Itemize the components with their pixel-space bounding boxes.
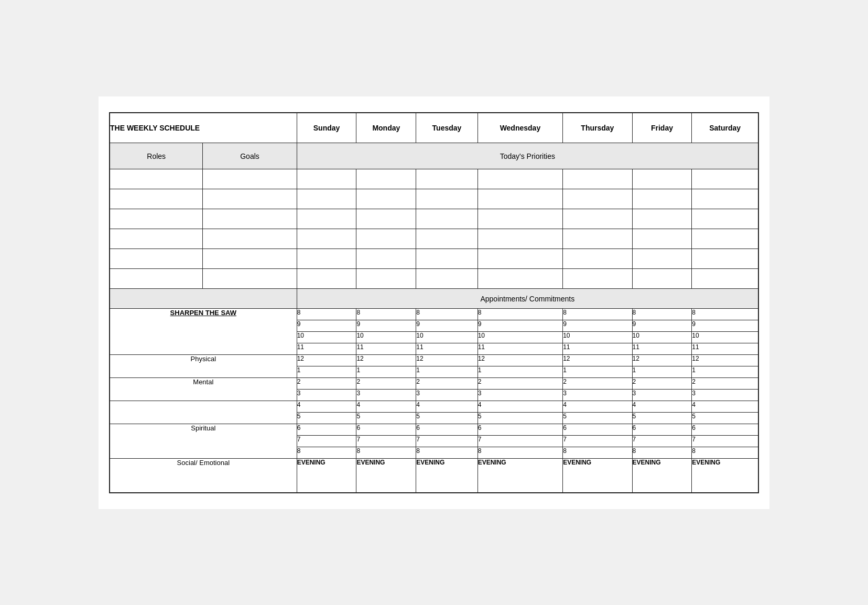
day-cell-thu[interactable]: [563, 229, 632, 249]
role-cell[interactable]: [110, 169, 203, 189]
time-cell[interactable]: 12: [478, 355, 562, 366]
time-cell[interactable]: 4: [692, 401, 758, 413]
day-cell-sun[interactable]: [297, 249, 356, 269]
time-cell[interactable]: 8: [297, 447, 356, 459]
goal-cell[interactable]: [203, 229, 297, 249]
time-cell[interactable]: 12: [692, 355, 758, 366]
day-cell-mon[interactable]: [356, 209, 416, 229]
time-cell[interactable]: 3: [416, 390, 478, 401]
day-cell-sun[interactable]: [297, 189, 356, 209]
time-cell[interactable]: 3: [632, 390, 692, 401]
time-cell[interactable]: 7: [632, 436, 692, 447]
goal-cell[interactable]: [203, 189, 297, 209]
time-cell[interactable]: 6: [478, 424, 562, 436]
day-cell-thu[interactable]: [563, 209, 632, 229]
day-cell-thu[interactable]: [563, 169, 632, 189]
time-cell[interactable]: 12: [563, 355, 632, 366]
day-cell-sat[interactable]: [692, 269, 758, 289]
time-cell[interactable]: 8: [356, 309, 416, 320]
day-cell-wed[interactable]: [478, 269, 562, 289]
time-cell[interactable]: 5: [297, 413, 356, 424]
evening-cell-fri[interactable]: EVENING: [632, 459, 692, 493]
time-cell[interactable]: 2: [478, 378, 562, 390]
role-cell[interactable]: [110, 269, 203, 289]
time-cell[interactable]: 11: [356, 343, 416, 355]
day-cell-tue[interactable]: [416, 269, 478, 289]
time-cell[interactable]: 5: [632, 413, 692, 424]
time-cell[interactable]: 6: [416, 424, 478, 436]
time-cell[interactable]: 9: [478, 320, 562, 332]
day-cell-thu[interactable]: [563, 249, 632, 269]
time-cell[interactable]: 9: [356, 320, 416, 332]
day-cell-fri[interactable]: [632, 189, 692, 209]
time-cell[interactable]: 8: [632, 447, 692, 459]
time-cell[interactable]: 9: [416, 320, 478, 332]
day-cell-wed[interactable]: [478, 189, 562, 209]
time-cell[interactable]: 10: [416, 332, 478, 343]
day-cell-sat[interactable]: [692, 169, 758, 189]
time-cell[interactable]: 4: [632, 401, 692, 413]
time-cell[interactable]: 2: [356, 378, 416, 390]
goal-cell[interactable]: [203, 269, 297, 289]
time-cell[interactable]: 1: [416, 366, 478, 378]
time-cell[interactable]: 8: [478, 309, 562, 320]
day-cell-fri[interactable]: [632, 229, 692, 249]
day-cell-sun[interactable]: [297, 209, 356, 229]
time-cell[interactable]: 11: [416, 343, 478, 355]
time-cell[interactable]: 2: [563, 378, 632, 390]
evening-cell-sat[interactable]: EVENING: [692, 459, 758, 493]
time-cell[interactable]: 5: [692, 413, 758, 424]
time-cell[interactable]: 4: [478, 401, 562, 413]
day-cell-sat[interactable]: [692, 189, 758, 209]
time-cell[interactable]: 11: [297, 343, 356, 355]
role-cell[interactable]: [110, 229, 203, 249]
day-cell-thu[interactable]: [563, 189, 632, 209]
time-cell[interactable]: 12: [297, 355, 356, 366]
day-cell-wed[interactable]: [478, 169, 562, 189]
time-cell[interactable]: 2: [297, 378, 356, 390]
day-cell-tue[interactable]: [416, 169, 478, 189]
time-cell[interactable]: 3: [356, 390, 416, 401]
time-cell[interactable]: 6: [563, 424, 632, 436]
time-cell[interactable]: 8: [356, 447, 416, 459]
day-cell-thu[interactable]: [563, 269, 632, 289]
time-cell[interactable]: 8: [563, 309, 632, 320]
time-cell[interactable]: 7: [478, 436, 562, 447]
time-cell[interactable]: 7: [356, 436, 416, 447]
time-cell[interactable]: 6: [297, 424, 356, 436]
day-cell-tue[interactable]: [416, 209, 478, 229]
goal-cell[interactable]: [203, 169, 297, 189]
time-cell[interactable]: 1: [478, 366, 562, 378]
time-cell[interactable]: 8: [297, 309, 356, 320]
time-cell[interactable]: 10: [692, 332, 758, 343]
time-cell[interactable]: 10: [478, 332, 562, 343]
time-cell[interactable]: 12: [632, 355, 692, 366]
day-cell-fri[interactable]: [632, 269, 692, 289]
day-cell-sat[interactable]: [692, 249, 758, 269]
time-cell[interactable]: 12: [416, 355, 478, 366]
time-cell[interactable]: 5: [563, 413, 632, 424]
time-cell[interactable]: 11: [478, 343, 562, 355]
time-cell[interactable]: 10: [563, 332, 632, 343]
evening-cell-thu[interactable]: EVENING: [563, 459, 632, 493]
time-cell[interactable]: 1: [563, 366, 632, 378]
time-cell[interactable]: 9: [297, 320, 356, 332]
day-cell-sun[interactable]: [297, 269, 356, 289]
role-cell[interactable]: [110, 189, 203, 209]
time-cell[interactable]: 5: [356, 413, 416, 424]
time-cell[interactable]: 5: [478, 413, 562, 424]
time-cell[interactable]: 10: [632, 332, 692, 343]
time-cell[interactable]: 2: [632, 378, 692, 390]
day-cell-tue[interactable]: [416, 229, 478, 249]
time-cell[interactable]: 7: [563, 436, 632, 447]
day-cell-wed[interactable]: [478, 209, 562, 229]
time-cell[interactable]: 8: [692, 447, 758, 459]
day-cell-fri[interactable]: [632, 209, 692, 229]
time-cell[interactable]: 4: [416, 401, 478, 413]
time-cell[interactable]: 10: [356, 332, 416, 343]
role-cell[interactable]: [110, 249, 203, 269]
day-cell-mon[interactable]: [356, 169, 416, 189]
time-cell[interactable]: 6: [356, 424, 416, 436]
goal-cell[interactable]: [203, 249, 297, 269]
time-cell[interactable]: 7: [692, 436, 758, 447]
